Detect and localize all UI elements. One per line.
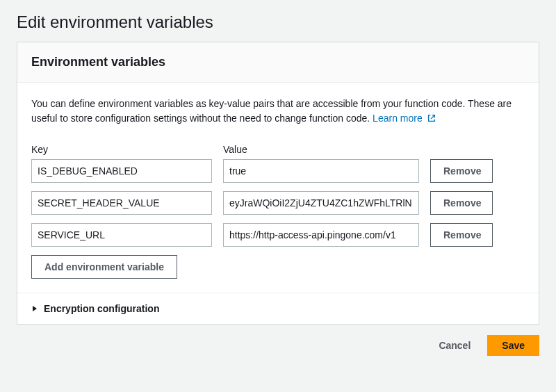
key-input[interactable] bbox=[31, 223, 212, 247]
cancel-button[interactable]: Cancel bbox=[429, 334, 480, 357]
caret-right-icon bbox=[31, 303, 38, 314]
panel-heading: Environment variables bbox=[31, 55, 525, 70]
key-column-label: Key bbox=[31, 144, 48, 155]
table-row: Remove bbox=[31, 159, 525, 183]
key-input[interactable] bbox=[31, 159, 212, 183]
value-input[interactable] bbox=[223, 223, 419, 247]
key-input[interactable] bbox=[31, 191, 212, 215]
remove-button[interactable]: Remove bbox=[430, 191, 493, 215]
remove-button[interactable]: Remove bbox=[430, 223, 493, 247]
learn-more-link[interactable]: Learn more bbox=[373, 113, 436, 124]
table-row: Remove bbox=[31, 223, 525, 247]
value-input[interactable] bbox=[223, 191, 419, 215]
save-button[interactable]: Save bbox=[487, 335, 539, 356]
panel-body: You can define environment variables as … bbox=[17, 83, 539, 293]
panel-description: You can define environment variables as … bbox=[31, 97, 525, 127]
encryption-label: Encryption configuration bbox=[44, 303, 159, 314]
external-link-icon bbox=[427, 113, 436, 127]
footer-actions: Cancel Save bbox=[0, 325, 556, 366]
page-title: Edit environment variables bbox=[0, 0, 556, 42]
add-env-var-button[interactable]: Add environment variable bbox=[31, 255, 177, 279]
value-input[interactable] bbox=[223, 159, 419, 183]
value-column-label: Value bbox=[223, 144, 247, 155]
description-text: You can define environment variables as … bbox=[31, 98, 512, 124]
table-row: Remove bbox=[31, 191, 525, 215]
env-vars-panel: Environment variables You can define env… bbox=[17, 42, 539, 325]
encryption-expand[interactable]: Encryption configuration bbox=[17, 293, 539, 324]
panel-header: Environment variables bbox=[17, 42, 539, 83]
kv-header-row: Key Value bbox=[31, 144, 525, 155]
remove-button[interactable]: Remove bbox=[430, 159, 493, 183]
learn-more-text: Learn more bbox=[373, 113, 423, 124]
